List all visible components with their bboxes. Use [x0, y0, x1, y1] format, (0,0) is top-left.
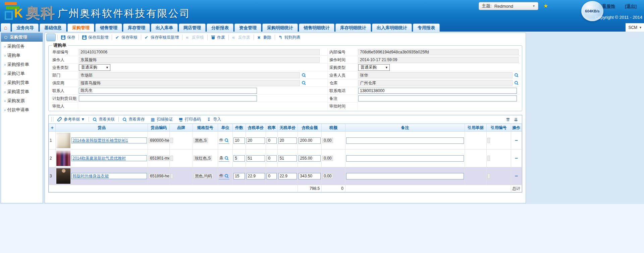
nav-tab[interactable]: 销售管理: [95, 24, 122, 32]
toolbar-button[interactable]: 作废: [207, 35, 228, 40]
qty-input[interactable]: [233, 155, 245, 162]
price-with-tax-input[interactable]: [247, 137, 265, 144]
search-icon: [224, 138, 229, 142]
toolbar-button-icon: [61, 35, 65, 40]
search-icon[interactable]: [302, 81, 306, 85]
search-icon[interactable]: [514, 81, 519, 85]
theme-select[interactable]: 主题: Redmond ▼: [479, 2, 538, 10]
supplier-value[interactable]: 报喜鸟服饰: [79, 80, 300, 86]
warehouse-value[interactable]: 广州仓库: [358, 80, 513, 86]
grid-toolbar-button[interactable]: 查看库存: [119, 117, 148, 122]
toolbar-button[interactable]: 删除: [254, 35, 275, 40]
toolbar-button[interactable]: 反作废: [228, 35, 254, 40]
amount-input[interactable]: [299, 137, 321, 144]
purchase-type-select[interactable]: 普通采购 ▼: [358, 64, 390, 71]
sidebar-item[interactable]: › 采购报价单: [1, 60, 43, 69]
next-record-icon[interactable]: ⇊: [514, 117, 518, 122]
add-row-button[interactable]: +: [49, 124, 56, 132]
department-value[interactable]: 市场部: [79, 72, 300, 78]
remark-input[interactable]: [358, 95, 517, 101]
unit-lookup[interactable]: 件: [219, 137, 229, 144]
favorite-star-icon[interactable]: ★: [543, 3, 548, 9]
nav-tab[interactable]: 采购管理: [67, 24, 94, 32]
detail-grid-section: 参考单据 ▼ 查看关联 查看库存: [48, 115, 522, 193]
grid-toolbar-button[interactable]: 导入: [204, 117, 224, 122]
toolbar-button[interactable]: 保存后新增: [78, 35, 112, 40]
logout-link[interactable]: [退出]: [625, 3, 637, 9]
sidebar-collapse-handle[interactable]: [46, 34, 56, 41]
column-header: 品牌: [170, 124, 193, 132]
planned-date-input[interactable]: [79, 95, 257, 101]
qty-input[interactable]: [233, 173, 245, 179]
sidebar-item[interactable]: › 采购退货单: [1, 87, 43, 96]
toolbar-button[interactable]: 保存审核后新增: [141, 35, 182, 40]
price-no-tax-input[interactable]: [278, 173, 297, 179]
field-label-contact: 联系人: [51, 87, 78, 95]
line-remark-input[interactable]: [346, 155, 464, 162]
sidebar-item-label: 采购任务: [7, 43, 25, 49]
nav-tab[interactable]: 资金管理: [234, 24, 261, 32]
nav-tab[interactable]: 出入库单: [151, 24, 178, 32]
price-with-tax-input[interactable]: [247, 155, 265, 162]
remove-row-button[interactable]: −: [512, 173, 521, 179]
search-icon[interactable]: [302, 73, 306, 77]
price-no-tax-input[interactable]: [278, 137, 297, 144]
sidebar-item[interactable]: › 采购到货单: [1, 78, 43, 87]
column-header: 无税单价: [277, 124, 298, 132]
nav-tab[interactable]: 采购明细统计: [262, 24, 298, 32]
phone-input[interactable]: [358, 88, 517, 94]
home-tab[interactable]: ⌂: [1, 23, 11, 32]
toolbar-button[interactable]: 反审核: [182, 35, 207, 40]
price-no-tax-input[interactable]: [278, 155, 297, 162]
sidebar-item[interactable]: › 采购发票: [1, 96, 43, 105]
product-name-input[interactable]: [71, 137, 147, 143]
nav-tab[interactable]: 业务向导: [12, 24, 39, 32]
toolbar-button[interactable]: 保存审核: [112, 35, 141, 40]
tax-cell: 0.00: [322, 132, 345, 150]
biz-type-select[interactable]: 普通采购 ▼: [79, 64, 110, 71]
sidebar-item[interactable]: › 采购任务: [1, 42, 43, 51]
toolbar-button[interactable]: 转到列表: [275, 35, 304, 40]
grid-toolbar-button[interactable]: 参考单据 ▼: [54, 117, 88, 122]
sidebar-title: 采购管理: [10, 34, 27, 40]
tax-rate-input[interactable]: [267, 155, 276, 162]
remove-row-button[interactable]: −: [512, 155, 521, 161]
product-name-input[interactable]: [71, 173, 147, 179]
product-name-input[interactable]: [71, 155, 147, 161]
contact-input[interactable]: [79, 88, 257, 94]
nav-tab[interactable]: 库存明细统计: [335, 24, 371, 32]
sidebar-item-label: 采购发票: [7, 98, 25, 104]
salesperson-value[interactable]: 张华: [358, 72, 513, 78]
line-remark-input[interactable]: [346, 137, 464, 144]
nav-tab[interactable]: 分析报表: [207, 24, 233, 32]
unit-lookup[interactable]: 条: [219, 155, 229, 162]
column-header: 税率: [266, 124, 277, 132]
search-icon[interactable]: [514, 73, 519, 77]
sidebar-item[interactable]: › 请购单: [1, 51, 43, 60]
unit-lookup[interactable]: 件: [219, 173, 229, 179]
nav-tab[interactable]: 库存管理: [123, 24, 150, 32]
nav-tab[interactable]: 基础信息: [40, 24, 66, 32]
scm-module-select[interactable]: SCM ▼: [626, 23, 644, 32]
tax-rate-input[interactable]: [267, 173, 276, 179]
prev-record-icon[interactable]: ⇈: [506, 117, 510, 122]
qty-input[interactable]: [233, 137, 245, 144]
sidebar-item[interactable]: › 采购订单: [1, 69, 43, 78]
nav-tab[interactable]: 销售明细统计: [299, 24, 334, 32]
sidebar-item[interactable]: › 付款申请单: [1, 105, 43, 114]
tax-rate-input[interactable]: [267, 137, 276, 144]
remove-row-button[interactable]: −: [512, 137, 521, 143]
toolbar-button[interactable]: 保存: [57, 35, 78, 40]
product-code: 690000-hei-s: [149, 138, 169, 143]
grid-toolbar-button[interactable]: 扫描验证: [148, 117, 176, 122]
nav-tab[interactable]: 网店管理: [179, 24, 206, 32]
grid-toolbar-button[interactable]: 查看关联: [90, 117, 118, 122]
company-name: 广州奥科软件科技有限公司: [58, 7, 191, 20]
nav-tab[interactable]: 专用报表: [413, 24, 440, 32]
amount-input[interactable]: [299, 173, 321, 179]
nav-tab[interactable]: 出入库明细统计: [372, 24, 412, 32]
line-remark-input[interactable]: [346, 173, 464, 179]
amount-input[interactable]: [299, 155, 321, 162]
grid-toolbar-button[interactable]: 打印条码: [176, 117, 204, 122]
price-with-tax-input[interactable]: [247, 173, 265, 179]
